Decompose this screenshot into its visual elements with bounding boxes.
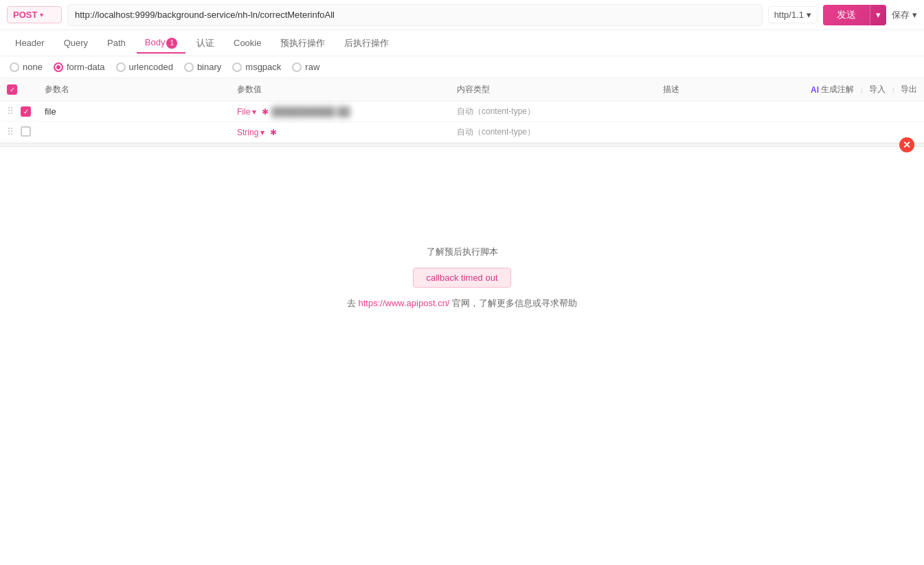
tabs-bar: Header Query Path Body1 认证 Cookie 预执行操作 … (0, 30, 924, 56)
tab-query[interactable]: Query (56, 34, 96, 52)
row2-type-select[interactable]: String ▾ (237, 128, 264, 137)
info-link-text: 了解预后执行脚本 (427, 246, 498, 257)
drag-handle-1[interactable]: ⠿ (7, 106, 14, 117)
radio-raw[interactable]: raw (292, 62, 319, 72)
help-prefix: 去 (347, 298, 356, 308)
panel-divider: ✕ (0, 143, 924, 147)
save-arrow-icon: ▾ (912, 10, 917, 20)
save-btn-group[interactable]: 保存 ▾ (892, 9, 917, 21)
generate-annotation-link[interactable]: 生成注解 (821, 84, 854, 95)
radio-label-msgpack: msgpack (245, 62, 281, 72)
table-row: ⠿ ✓ file File ▾ ✱ ██████████ ██ 自动（conte… (0, 102, 924, 122)
radio-label-urlencoded: urlencoded (129, 62, 173, 72)
drag-handle-2[interactable]: ⠿ (7, 126, 14, 137)
row2-content-type-cell: 自动（content-type） (450, 122, 656, 143)
send-btn-group: 发送 ▾ (823, 5, 886, 25)
error-text: callback timed out (426, 273, 497, 283)
row1-value[interactable]: ██████████ ██ (271, 106, 350, 117)
row1-content-type-cell: 自动（content-type） (450, 102, 656, 122)
tab-cookie[interactable]: Cookie (225, 34, 269, 52)
error-badge: callback timed out (413, 268, 510, 288)
radio-urlencoded[interactable]: urlencoded (116, 62, 173, 72)
tab-auth[interactable]: 认证 (188, 33, 223, 54)
th-param-value: 参数值 (230, 78, 450, 102)
send-dropdown-button[interactable]: ▾ (870, 5, 886, 25)
radio-label-form-data: form-data (67, 62, 105, 72)
top-bar: POST ▾ http/1.1 ▾ 发送 ▾ 保存 ▾ (0, 0, 924, 30)
radio-circle-msgpack (232, 62, 242, 72)
method-select[interactable]: POST ▾ (7, 6, 62, 23)
row1-type-select[interactable]: File ▾ (237, 107, 256, 117)
row1-description-cell (656, 102, 924, 122)
divider1: ↓ (859, 85, 864, 95)
ai-badge: AI 生成注解 (811, 84, 854, 95)
tab-post-action[interactable]: 后执行操作 (336, 33, 397, 54)
ai-label: AI (811, 85, 819, 95)
close-panel-button[interactable]: ✕ (899, 137, 914, 152)
row1-required-star: ✱ (262, 107, 269, 117)
th-param-name: 参数名 (38, 78, 230, 102)
radio-label-none: none (23, 62, 43, 72)
row1-checkbox[interactable]: ✓ (21, 106, 31, 117)
tab-header[interactable]: Header (7, 34, 53, 52)
row1-content-type: 自动（content-type） (457, 106, 535, 116)
table-actions: AI 生成注解 ↓ 导入 ↑ 导出 (811, 84, 917, 95)
radio-circle-form-data (54, 62, 63, 72)
row1-param-name: file (45, 106, 56, 117)
row1-type-value-cell: File ▾ ✱ ██████████ ██ (230, 102, 450, 122)
row1-name-cell: file (38, 102, 230, 122)
row2-content-type: 自动（content-type） (457, 127, 535, 137)
protocol-label: http/1.1 (774, 10, 804, 20)
radio-binary[interactable]: binary (184, 62, 221, 72)
export-link[interactable]: 导出 (901, 84, 917, 95)
params-table: ✓ 参数名 参数值 内容类型 描述 AI 生成注解 (0, 78, 924, 143)
bottom-panel: 了解预后执行脚本 callback timed out 去 https://ww… (0, 147, 924, 408)
row2-type-value-cell: String ▾ ✱ (230, 122, 450, 143)
info-link[interactable]: 了解预后执行脚本 (427, 246, 498, 258)
row2-required-star: ✱ (270, 128, 277, 137)
tab-pre-action[interactable]: 预执行操作 (272, 33, 333, 54)
protocol-select[interactable]: http/1.1 ▾ (768, 6, 818, 23)
save-label: 保存 (892, 9, 910, 21)
row2-description-cell (656, 122, 924, 143)
protocol-arrow-icon: ▾ (807, 10, 811, 20)
help-url-link[interactable]: https://www.apipost.cn/ (359, 298, 453, 308)
radio-form-data[interactable]: form-data (54, 62, 105, 72)
table-row: ⠿ String ▾ ✱ 自动（content-type） (0, 122, 924, 143)
method-arrow-icon: ▾ (40, 11, 43, 19)
select-all-checkbox[interactable]: ✓ (7, 84, 17, 95)
row1-type-arrow-icon: ▾ (252, 107, 256, 117)
row2-drag-check: ⠿ (0, 122, 38, 142)
divider2: ↑ (891, 85, 895, 95)
th-content-type: 内容类型 (450, 78, 656, 102)
tab-path[interactable]: Path (99, 34, 134, 52)
row2-checkbox[interactable] (21, 126, 31, 137)
row2-type-arrow-icon: ▾ (260, 128, 264, 137)
radio-circle-binary (184, 62, 194, 72)
radio-label-binary: binary (197, 62, 221, 72)
help-text: 去 https://www.apipost.cn/ 官网，了解更多信息或寻求帮助 (347, 297, 577, 310)
th-description: 描述 AI 生成注解 ↓ 导入 ↑ 导出 (656, 78, 924, 102)
row1-drag-check: ⠿ ✓ (0, 102, 38, 122)
radio-circle-none (10, 62, 19, 72)
send-button[interactable]: 发送 (823, 5, 870, 25)
import-link[interactable]: 导入 (869, 84, 886, 95)
help-suffix: 官网，了解更多信息或寻求帮助 (452, 298, 577, 308)
radio-none[interactable]: none (10, 62, 43, 72)
method-label: POST (13, 10, 37, 20)
radio-label-raw: raw (305, 62, 319, 72)
body-type-bar: none form-data urlencoded binary msgpack… (0, 56, 924, 78)
row2-type-label: String (237, 128, 258, 137)
radio-msgpack[interactable]: msgpack (232, 62, 281, 72)
row1-type-label: File (237, 107, 250, 117)
row2-name-cell (38, 122, 230, 143)
radio-circle-urlencoded (116, 62, 126, 72)
radio-circle-raw (292, 62, 302, 72)
th-checkbox: ✓ (0, 78, 38, 102)
tab-body[interactable]: Body1 (137, 33, 185, 53)
body-badge: 1 (166, 38, 177, 49)
url-input[interactable] (67, 4, 763, 26)
